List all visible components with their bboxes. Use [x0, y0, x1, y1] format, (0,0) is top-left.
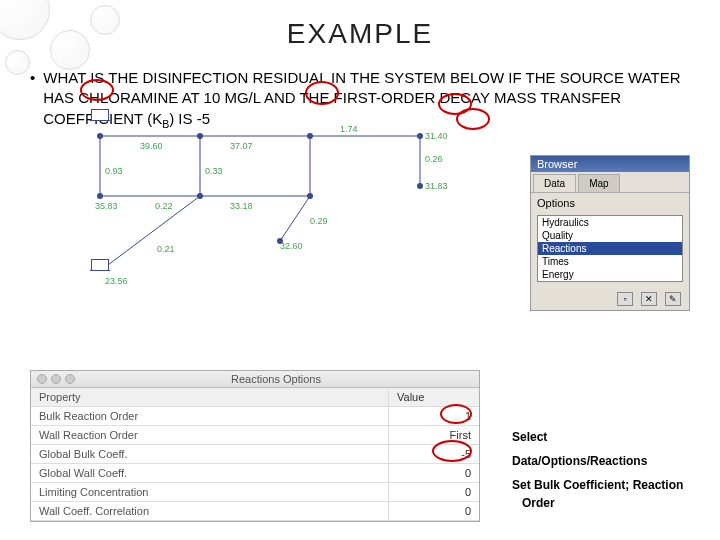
browser-toolbar: ▫ ✕ ✎ — [531, 288, 689, 310]
table-row: Wall Coeff. Correlation 0 — [31, 502, 479, 521]
node-label: 23.56 — [105, 276, 128, 286]
window-dot[interactable] — [51, 374, 61, 384]
option-quality[interactable]: Quality — [538, 229, 682, 242]
svg-point-13 — [307, 133, 313, 139]
svg-point-14 — [417, 133, 423, 139]
node-label: 39.60 — [140, 141, 163, 151]
header-value: Value — [389, 388, 479, 406]
browser-tabs: Data Map — [531, 172, 689, 193]
annotation-circle — [432, 440, 472, 462]
option-hydraulics[interactable]: Hydraulics — [538, 216, 682, 229]
node-label: 0.22 — [155, 201, 173, 211]
row-label: Global Bulk Coeff. — [31, 445, 389, 463]
node-label: 32.60 — [280, 241, 303, 251]
node-label: 31.83 — [425, 181, 448, 191]
table-row: Global Bulk Coeff. -5 — [31, 445, 479, 464]
node-label: 31.40 — [425, 131, 448, 141]
row-label: Wall Reaction Order — [31, 426, 389, 444]
option-reactions[interactable]: Reactions — [538, 242, 682, 255]
network-diagram: 39.60 37.07 1.74 31.40 0.26 0.93 0.33 31… — [80, 111, 500, 311]
option-times[interactable]: Times — [538, 255, 682, 268]
node-label: 35.83 — [95, 201, 118, 211]
browser-title-text: Browser — [537, 158, 577, 170]
row-label: Limiting Concentration — [31, 483, 389, 501]
option-energy[interactable]: Energy — [538, 268, 682, 281]
row-value[interactable]: 0 — [389, 464, 479, 482]
node-label: 0.29 — [310, 216, 328, 226]
panel-titlebar: Reactions Options — [31, 371, 479, 388]
window-dot[interactable] — [37, 374, 47, 384]
tab-data[interactable]: Data — [533, 174, 576, 192]
header-property: Property — [31, 388, 389, 406]
edit-icon[interactable]: ✎ — [665, 292, 681, 306]
tank-icon — [91, 259, 109, 271]
node-label: 0.33 — [205, 166, 223, 176]
node-label: 1.74 — [340, 124, 358, 134]
svg-point-15 — [97, 193, 103, 199]
svg-point-16 — [197, 193, 203, 199]
browser-panel: Browser Data Map Options Hydraulics Qual… — [530, 155, 690, 311]
row-value[interactable]: 0 — [389, 502, 479, 520]
panel-title: Reactions Options — [79, 373, 473, 385]
node-label: 33.18 — [230, 201, 253, 211]
table-row: Limiting Concentration 0 — [31, 483, 479, 502]
annotation-circle — [440, 404, 472, 424]
node-label: 37.07 — [230, 141, 253, 151]
row-value[interactable]: First — [389, 426, 479, 444]
svg-point-11 — [97, 133, 103, 139]
row-label: Global Wall Coeff. — [31, 464, 389, 482]
browser-titlebar: Browser — [531, 156, 689, 172]
table-row: Wall Reaction Order First — [31, 426, 479, 445]
annotation-circle — [80, 79, 114, 101]
annotation-circle — [305, 81, 339, 105]
tab-map[interactable]: Map — [578, 174, 619, 192]
instruction-line: Data/Options/Reactions — [512, 452, 692, 470]
node-label: 0.26 — [425, 154, 443, 164]
delete-icon[interactable]: ✕ — [641, 292, 657, 306]
svg-point-12 — [197, 133, 203, 139]
svg-point-18 — [417, 183, 423, 189]
node-label: 0.93 — [105, 166, 123, 176]
row-label: Wall Coeff. Correlation — [31, 502, 389, 520]
table-row: Global Wall Coeff. 0 — [31, 464, 479, 483]
instruction-text: Select Data/Options/Reactions Set Bulk C… — [512, 428, 692, 518]
annotation-circle — [456, 108, 490, 130]
add-icon[interactable]: ▫ — [617, 292, 633, 306]
table-header: Property Value — [31, 388, 479, 407]
row-label: Bulk Reaction Order — [31, 407, 389, 425]
instruction-line: Select — [512, 428, 692, 446]
row-value[interactable]: 0 — [389, 483, 479, 501]
tank-icon — [91, 109, 109, 121]
options-list[interactable]: Hydraulics Quality Reactions Times Energ… — [537, 215, 683, 282]
reactions-options-panel: Reactions Options Property Value Bulk Re… — [30, 370, 480, 522]
table-row: Bulk Reaction Order 1 — [31, 407, 479, 426]
window-dot[interactable] — [65, 374, 75, 384]
node-label: 0.21 — [157, 244, 175, 254]
svg-line-9 — [280, 196, 310, 241]
instruction-line: Set Bulk Coefficient; Reaction Order — [512, 476, 692, 512]
decorative-bubbles — [0, 0, 200, 120]
svg-point-17 — [307, 193, 313, 199]
browser-section-label: Options — [531, 193, 689, 213]
